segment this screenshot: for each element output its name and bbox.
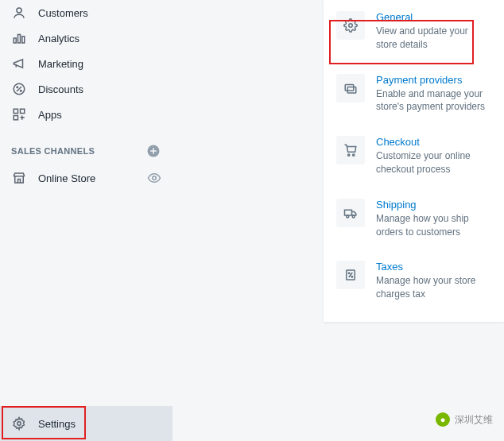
- nav-analytics[interactable]: Analytics: [0, 25, 173, 51]
- main-area: General View and update your store detai…: [173, 0, 504, 441]
- svg-rect-8: [21, 109, 25, 113]
- sales-channels-header: SALES CHANNELS: [0, 127, 173, 165]
- megaphone-icon: [11, 56, 27, 72]
- settings-taxes[interactable]: Taxes Manage how your store charges tax: [324, 250, 504, 312]
- svg-point-11: [153, 176, 157, 180]
- nav-customers[interactable]: Customers: [0, 0, 173, 25]
- settings-label: Settings: [38, 418, 76, 430]
- settings-item-desc: Manage how your store charges tax: [376, 274, 491, 301]
- sales-channels-label: SALES CHANNELS: [11, 146, 95, 156]
- svg-point-17: [353, 154, 355, 156]
- apps-icon: [11, 106, 27, 122]
- svg-point-22: [348, 273, 350, 274]
- settings-general[interactable]: General View and update your store detai…: [324, 0, 504, 63]
- svg-point-12: [17, 422, 21, 426]
- settings-shipping[interactable]: Shipping Manage how you ship orders to c…: [324, 188, 504, 250]
- settings-checkout[interactable]: Checkout Customize your online checkout …: [324, 125, 504, 188]
- svg-point-13: [349, 24, 353, 28]
- settings-button[interactable]: Settings: [0, 406, 173, 441]
- analytics-icon: [11, 30, 27, 46]
- watermark-text: 深圳艾维: [455, 413, 493, 427]
- settings-item-desc: Customize your online checkout process: [376, 149, 491, 176]
- nav-label: Apps: [38, 109, 62, 121]
- settings-item-title: General: [376, 11, 491, 23]
- shipping-icon: [336, 199, 365, 227]
- svg-rect-7: [14, 109, 17, 113]
- gear-icon: [11, 416, 27, 431]
- svg-point-19: [347, 215, 349, 218]
- nav-apps[interactable]: Apps: [0, 102, 173, 127]
- channel-label: Online Store: [38, 172, 95, 184]
- wechat-icon: ●: [436, 412, 450, 427]
- settings-item-desc: Manage how you ship orders to customers: [376, 212, 491, 239]
- svg-rect-1: [14, 38, 16, 43]
- settings-payment-providers[interactable]: Payment providers Enable and manage your…: [324, 63, 504, 126]
- user-icon: [11, 5, 27, 21]
- nav-marketing[interactable]: Marketing: [0, 51, 173, 76]
- channel-online-store[interactable]: Online Store: [0, 165, 173, 191]
- svg-point-20: [352, 215, 355, 218]
- settings-item-title: Payment providers: [376, 74, 491, 86]
- svg-point-23: [351, 277, 353, 278]
- nav-label: Marketing: [38, 58, 83, 70]
- view-store-button[interactable]: [147, 171, 161, 185]
- svg-rect-3: [22, 37, 25, 43]
- svg-point-5: [17, 87, 18, 88]
- payment-icon: [336, 74, 365, 103]
- svg-rect-18: [345, 210, 352, 215]
- svg-point-6: [21, 91, 22, 92]
- nav-discounts[interactable]: Discounts: [0, 76, 173, 102]
- gear-icon: [336, 11, 365, 40]
- settings-item-title: Shipping: [376, 199, 491, 211]
- nav-label: Discounts: [38, 83, 83, 95]
- discount-icon: [11, 81, 27, 97]
- nav-label: Analytics: [38, 33, 79, 44]
- settings-panel: General View and update your store detai…: [324, 0, 504, 322]
- settings-item-title: Taxes: [376, 261, 491, 273]
- settings-item-desc: Enable and manage your store's payment p…: [376, 87, 491, 114]
- svg-point-0: [17, 8, 21, 13]
- nav-label: Customers: [38, 7, 88, 19]
- svg-rect-2: [18, 35, 21, 44]
- svg-rect-9: [14, 116, 17, 120]
- checkout-icon: [336, 136, 365, 164]
- settings-item-desc: View and update your store details: [376, 25, 491, 52]
- store-icon: [11, 170, 27, 186]
- add-channel-button[interactable]: [145, 143, 161, 159]
- taxes-icon: [336, 261, 365, 289]
- svg-point-16: [348, 154, 350, 156]
- settings-item-title: Checkout: [376, 136, 491, 148]
- watermark: ● 深圳艾维: [436, 412, 493, 427]
- sidebar: Customers Analytics Marketing Discounts …: [0, 0, 173, 441]
